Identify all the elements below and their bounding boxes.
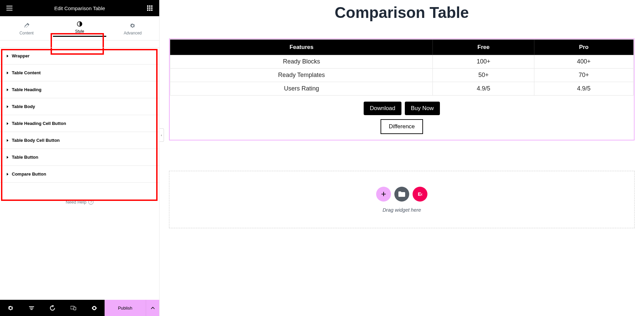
- page-title: Comparison Table: [169, 3, 635, 22]
- caret-right-icon: [7, 72, 8, 74]
- table-header: Features: [170, 40, 433, 55]
- history-icon[interactable]: [42, 300, 63, 316]
- svg-rect-6: [147, 7, 148, 9]
- svg-rect-11: [151, 9, 152, 11]
- template-library-button[interactable]: [394, 187, 409, 202]
- caret-right-icon: [7, 173, 8, 176]
- panel-title: Edit Comparison Table: [14, 5, 145, 11]
- accordion-list: Wrapper Table Content Table Heading Tabl…: [0, 41, 159, 189]
- table-header: Free: [433, 40, 534, 55]
- accordion-table-content[interactable]: Table Content: [0, 64, 159, 81]
- publish-button[interactable]: Publish: [105, 300, 146, 316]
- gear-icon: [130, 23, 136, 29]
- tab-style[interactable]: Style: [53, 16, 106, 40]
- caret-right-icon: [7, 139, 8, 142]
- table-row: Ready Blocks 100+ 400+: [170, 55, 634, 69]
- buy-now-button[interactable]: Buy Now: [405, 102, 440, 115]
- comparison-table: Features Free Pro Ready Blocks 100+ 400+…: [170, 40, 634, 96]
- contrast-icon: [77, 21, 83, 27]
- svg-rect-5: [151, 5, 152, 7]
- difference-button[interactable]: Difference: [381, 119, 423, 134]
- table-row: Ready Templates 50+ 70+: [170, 69, 634, 82]
- comparison-table-widget[interactable]: Features Free Pro Ready Blocks 100+ 400+…: [169, 38, 635, 140]
- svg-rect-8: [151, 7, 152, 9]
- ekit-button[interactable]: E‹: [413, 187, 427, 202]
- svg-rect-3: [147, 5, 148, 7]
- caret-right-icon: [7, 105, 8, 108]
- need-help-link[interactable]: Need Help ?: [0, 189, 159, 215]
- caret-right-icon: [7, 122, 8, 125]
- tab-advanced[interactable]: Advanced: [106, 16, 159, 40]
- accordion-table-heading[interactable]: Table Heading: [0, 81, 159, 98]
- table-header: Pro: [534, 40, 634, 55]
- widgets-grid-icon[interactable]: [145, 3, 155, 13]
- caret-right-icon: [7, 156, 8, 159]
- menu-icon[interactable]: [5, 3, 14, 13]
- navigator-icon[interactable]: [21, 300, 42, 316]
- svg-rect-4: [149, 5, 150, 7]
- tab-content[interactable]: Content: [0, 16, 53, 40]
- preview-icon[interactable]: [84, 300, 105, 316]
- accordion-compare-button[interactable]: Compare Button: [0, 166, 159, 183]
- accordion-table-button[interactable]: Table Button: [0, 149, 159, 166]
- svg-rect-0: [6, 6, 12, 6]
- accordion-table-body[interactable]: Table Body: [0, 98, 159, 115]
- pencil-icon: [24, 23, 30, 29]
- dropzone-label: Drag widget here: [383, 207, 421, 213]
- caret-right-icon: [7, 55, 8, 57]
- table-row: Users Rating 4.9/5 4.9/5: [170, 82, 634, 96]
- add-section-button[interactable]: +: [376, 187, 391, 202]
- settings-icon[interactable]: [0, 300, 21, 316]
- help-icon: ?: [88, 200, 93, 205]
- svg-rect-10: [149, 9, 150, 11]
- accordion-table-heading-cell-button[interactable]: Table Heading Cell Button: [0, 115, 159, 132]
- svg-rect-1: [6, 8, 12, 8]
- accordion-wrapper[interactable]: Wrapper: [0, 47, 159, 64]
- responsive-icon[interactable]: [63, 300, 84, 316]
- drop-zone[interactable]: + E‹ Drag widget here: [169, 171, 635, 228]
- svg-rect-7: [149, 7, 150, 9]
- collapse-panel-button[interactable]: ‹: [160, 128, 164, 142]
- accordion-table-body-cell-button[interactable]: Table Body Cell Button: [0, 132, 159, 149]
- svg-rect-2: [6, 10, 12, 10]
- svg-rect-9: [147, 9, 148, 11]
- svg-rect-14: [74, 307, 76, 310]
- download-button[interactable]: Download: [364, 102, 401, 115]
- caret-right-icon: [7, 88, 8, 91]
- publish-options-button[interactable]: [146, 300, 159, 316]
